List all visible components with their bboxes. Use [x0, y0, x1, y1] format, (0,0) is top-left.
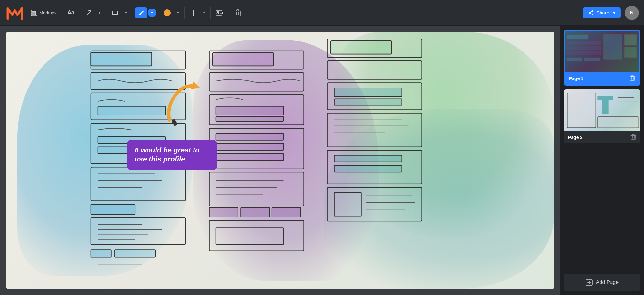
svg-rect-83	[171, 119, 178, 126]
delete-button[interactable]	[232, 7, 244, 19]
divider-8	[229, 7, 229, 19]
svg-rect-97	[567, 93, 596, 128]
svg-line-21	[589, 13, 592, 15]
svg-rect-0	[31, 10, 37, 16]
divider-1	[62, 7, 62, 19]
toolbar: Markups Aa ▾ ▾ ▾	[0, 0, 644, 26]
arrow-tool-button[interactable]	[83, 7, 95, 18]
wc-teal-blob	[324, 109, 554, 289]
add-page-button[interactable]: Add Page	[564, 274, 640, 291]
app-logo	[5, 3, 24, 23]
page-1-preview	[565, 31, 639, 72]
page-2-delete-button[interactable]	[630, 134, 636, 141]
svg-rect-3	[32, 13, 34, 15]
add-page-label: Add Page	[596, 280, 619, 285]
page-2-thumb[interactable]: Page 2	[564, 89, 640, 143]
share-label: Share	[596, 10, 609, 15]
svg-rect-2	[34, 11, 36, 13]
markups-button[interactable]: Markups	[28, 8, 59, 18]
svg-rect-87	[567, 51, 601, 55]
svg-rect-104	[597, 117, 639, 128]
svg-rect-6	[112, 11, 118, 15]
svg-rect-13	[235, 11, 240, 16]
color-picker-button[interactable]	[161, 7, 173, 18]
divider-4	[132, 7, 132, 19]
sidebar: Page 1	[560, 26, 644, 295]
svg-rect-91	[567, 58, 582, 61]
canvas-area: It would be great to use this profile	[0, 26, 560, 295]
svg-rect-88	[604, 34, 622, 59]
page-2-preview	[564, 89, 640, 131]
callout-box: It would be great to use this profile	[127, 140, 217, 170]
svg-rect-92	[584, 58, 600, 61]
avatar[interactable]: N	[625, 6, 639, 20]
annotation-arrow	[160, 78, 211, 130]
color-dot	[164, 9, 171, 16]
divider-7	[210, 7, 211, 19]
canvas-image[interactable]: It would be great to use this profile	[6, 32, 554, 289]
svg-rect-99	[602, 100, 609, 114]
page-2-label: Page 2	[568, 135, 582, 140]
rect-tool-button[interactable]	[109, 7, 121, 18]
svg-rect-98	[597, 96, 613, 100]
rect-dropdown-button[interactable]: ▾	[122, 9, 129, 17]
color-dropdown-button[interactable]: ▾	[175, 9, 182, 17]
page-1-thumb[interactable]: Page 1	[564, 30, 640, 86]
svg-rect-105	[631, 135, 636, 139]
svg-line-5	[87, 11, 91, 15]
page-2-label-bar: Page 2	[564, 131, 640, 143]
divider-3	[106, 7, 106, 19]
svg-line-20	[589, 11, 592, 13]
insert-image-button[interactable]	[213, 7, 226, 18]
pen-dropdown-button[interactable]: ▾	[148, 9, 156, 17]
separator-dropdown-button[interactable]: ▾	[201, 9, 208, 17]
svg-rect-90	[624, 47, 637, 58]
text-tool-button[interactable]: Aa	[65, 7, 77, 18]
svg-rect-9	[216, 10, 222, 15]
divider-5	[158, 7, 158, 19]
separator-tool-button[interactable]	[187, 7, 199, 18]
svg-rect-89	[624, 34, 637, 45]
main-area: It would be great to use this profile	[0, 26, 644, 295]
divider-2	[80, 7, 80, 19]
svg-rect-86	[567, 46, 601, 50]
arrow-dropdown-button[interactable]: ▾	[96, 9, 103, 17]
share-button[interactable]: Share ▾	[583, 7, 621, 18]
divider-6	[184, 7, 185, 19]
svg-rect-4	[34, 13, 36, 15]
page-1-label-bar: Page 1	[565, 72, 639, 85]
svg-rect-85	[567, 41, 601, 44]
svg-rect-93	[630, 77, 635, 80]
page-1-label: Page 1	[569, 76, 583, 81]
sketch-background: It would be great to use this profile	[6, 32, 554, 289]
svg-rect-1	[32, 11, 34, 13]
pen-tool-button[interactable]	[135, 7, 147, 18]
page-1-delete-button[interactable]	[630, 75, 635, 82]
svg-rect-84	[567, 34, 588, 39]
markups-label: Markups	[39, 10, 57, 15]
text-tool-label: Aa	[67, 9, 75, 16]
